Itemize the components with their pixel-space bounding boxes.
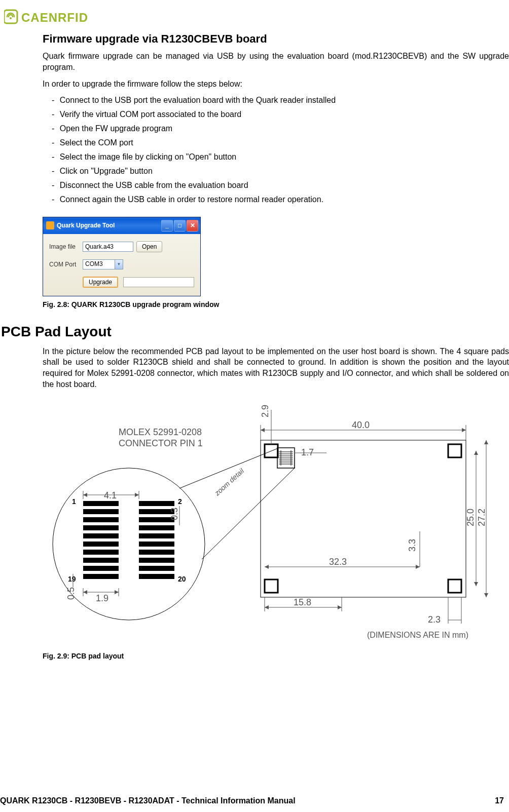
svg-rect-5 bbox=[265, 579, 278, 593]
step-item: Connect to the USB port the evaluation b… bbox=[58, 96, 509, 105]
svg-marker-61 bbox=[265, 565, 269, 569]
dim-4-1: 4.1 bbox=[104, 490, 117, 500]
svg-rect-27 bbox=[83, 558, 119, 563]
step-item: Connect again the USB cable in order to … bbox=[58, 195, 509, 204]
step-item: Open the FW upgrade program bbox=[58, 124, 509, 133]
app-icon bbox=[46, 221, 54, 229]
maximize-button[interactable]: □ bbox=[174, 220, 186, 231]
units-note: (DIMENSIONS ARE IN mm) bbox=[367, 631, 468, 639]
svg-rect-38 bbox=[139, 566, 174, 571]
section-firmware-title: Firmware upgrade via R1230CBEVB board bbox=[43, 32, 509, 46]
svg-rect-6 bbox=[448, 579, 461, 593]
step-item: Select the image file by clicking on "Op… bbox=[58, 152, 509, 162]
window-title: Quark Upgrade Tool bbox=[57, 222, 159, 229]
svg-rect-36 bbox=[139, 550, 174, 555]
dim-0-3: 0.3 bbox=[169, 508, 179, 520]
dim-27-2: 27.2 bbox=[477, 509, 487, 526]
svg-rect-30 bbox=[139, 501, 174, 506]
svg-marker-53 bbox=[261, 428, 265, 432]
dim-40-0: 40.0 bbox=[352, 420, 370, 430]
svg-rect-39 bbox=[139, 574, 174, 579]
dim-3-3: 3.3 bbox=[407, 539, 417, 552]
chevron-down-icon[interactable]: ▼ bbox=[115, 259, 123, 269]
svg-marker-47 bbox=[83, 590, 87, 594]
dim-2-3: 2.3 bbox=[428, 614, 441, 625]
firmware-steps: Connect to the USB port the evaluation b… bbox=[58, 96, 509, 204]
svg-marker-75 bbox=[484, 440, 488, 444]
svg-rect-21 bbox=[83, 509, 119, 514]
svg-rect-26 bbox=[83, 550, 119, 555]
svg-rect-4 bbox=[448, 444, 461, 457]
page-number: 17 bbox=[495, 796, 504, 805]
firmware-intro-1: Quark firmware upgrade can be managed vi… bbox=[43, 51, 509, 72]
open-button[interactable]: Open bbox=[136, 241, 162, 252]
svg-marker-42 bbox=[135, 493, 139, 497]
svg-rect-25 bbox=[83, 542, 119, 547]
image-file-input[interactable] bbox=[83, 242, 133, 252]
svg-marker-72 bbox=[474, 451, 478, 455]
svg-rect-34 bbox=[139, 533, 174, 538]
connector-label-2: CONNECTOR PIN 1 bbox=[119, 438, 203, 448]
footer-document-title: QUARK R1230CB - R1230BEVB - R1230ADAT - … bbox=[0, 796, 296, 805]
svg-marker-76 bbox=[484, 593, 488, 597]
brand-logo: CAENRFID bbox=[4, 9, 509, 27]
svg-point-1 bbox=[10, 17, 12, 19]
step-item: Disconnect the USB cable from the evalua… bbox=[58, 181, 509, 190]
figure-2-9-caption: Fig. 2.9: PCB pad layout bbox=[43, 652, 509, 660]
pin-2-label: 2 bbox=[178, 497, 182, 506]
svg-line-19 bbox=[202, 468, 295, 559]
connector-label-1: MOLEX 52991-0208 bbox=[119, 427, 202, 437]
svg-rect-29 bbox=[83, 574, 119, 579]
svg-rect-24 bbox=[83, 533, 119, 538]
dim-32-3: 32.3 bbox=[329, 557, 347, 567]
svg-rect-20 bbox=[83, 501, 119, 506]
svg-rect-0 bbox=[4, 10, 17, 23]
upgrade-button[interactable]: Upgrade bbox=[83, 277, 118, 288]
progress-bar bbox=[123, 277, 194, 287]
svg-rect-28 bbox=[83, 566, 119, 571]
pin-1-label: 1 bbox=[72, 497, 76, 506]
minimize-button[interactable]: _ bbox=[161, 220, 173, 231]
svg-marker-41 bbox=[83, 493, 87, 497]
svg-marker-62 bbox=[416, 565, 420, 569]
step-item: Click on "Upgrade" button bbox=[58, 167, 509, 176]
dim-0-5: 0.5 bbox=[66, 587, 76, 600]
svg-rect-23 bbox=[83, 525, 119, 530]
dim-2-9: 2.9 bbox=[260, 405, 270, 417]
image-file-label: Image file bbox=[49, 243, 80, 250]
pcb-intro: In the picture below the recommended PCB… bbox=[43, 346, 509, 390]
dim-1-7: 1.7 bbox=[301, 447, 314, 457]
close-button[interactable]: ✕ bbox=[187, 220, 198, 231]
brand-text: CAENRFID bbox=[21, 11, 88, 24]
pin-19-label: 19 bbox=[68, 575, 76, 583]
dim-1-9: 1.9 bbox=[96, 593, 108, 603]
svg-rect-35 bbox=[139, 542, 174, 547]
upgrade-tool-window: Quark Upgrade Tool _ □ ✕ Image file Open… bbox=[43, 217, 201, 296]
dim-25-0: 25.0 bbox=[465, 509, 476, 526]
window-titlebar: Quark Upgrade Tool _ □ ✕ bbox=[43, 217, 200, 234]
svg-rect-33 bbox=[139, 525, 174, 530]
svg-rect-22 bbox=[83, 517, 119, 522]
zoom-detail-label: zoom detail bbox=[213, 467, 246, 497]
figure-2-8-caption: Fig. 2.8: QUARK R1230CB upgrade program … bbox=[43, 300, 509, 308]
pin-20-label: 20 bbox=[178, 575, 186, 583]
svg-marker-73 bbox=[474, 582, 478, 586]
com-port-label: COM Port bbox=[49, 261, 80, 268]
svg-marker-64 bbox=[265, 605, 269, 609]
svg-marker-65 bbox=[338, 605, 342, 609]
svg-rect-37 bbox=[139, 558, 174, 563]
firmware-intro-2: In order to upgrade the firmware follow … bbox=[43, 79, 509, 90]
svg-marker-48 bbox=[115, 590, 119, 594]
section-pcb-title: PCB Pad Layout bbox=[1, 324, 509, 340]
pcb-pad-layout-diagram: MOLEX 52991-0208 CONNECTOR PIN 1 4.1 0.3… bbox=[43, 400, 489, 648]
svg-marker-54 bbox=[462, 428, 466, 432]
step-item: Verify the virtual COM port associated t… bbox=[58, 110, 509, 119]
com-port-select[interactable]: COM3 ▼ bbox=[83, 259, 123, 269]
com-port-value: COM3 bbox=[83, 259, 115, 269]
dim-15-8: 15.8 bbox=[294, 597, 311, 607]
step-item: Select the COM port bbox=[58, 138, 509, 147]
